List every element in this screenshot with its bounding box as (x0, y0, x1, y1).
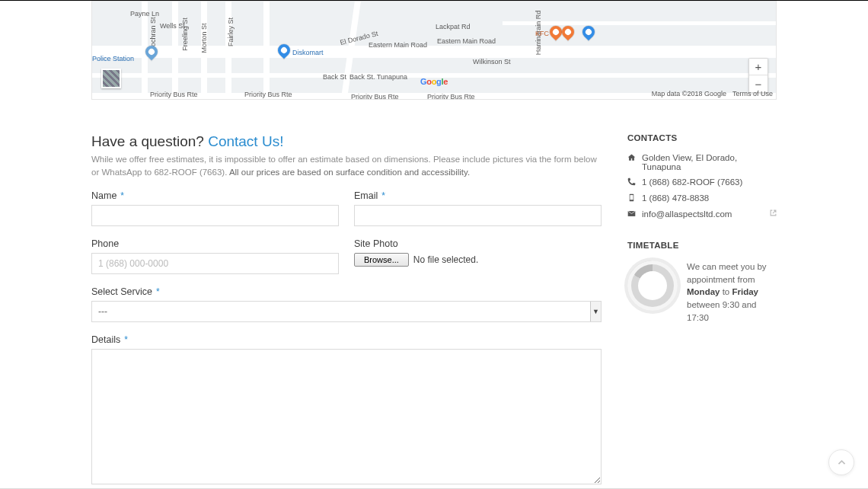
google-logo: Google (420, 77, 448, 86)
mobile-icon (627, 193, 636, 203)
phone1-text: 1 (868) 682-ROOF (7663) (642, 177, 742, 187)
poi-label: Police Station (92, 55, 134, 62)
address-text: Golden View, El Dorado, Tunapuna (642, 153, 777, 171)
mail-icon (627, 209, 636, 219)
email-input[interactable] (354, 205, 602, 226)
road-label: Priority Bus Rte (244, 91, 292, 98)
svg-rect-1 (630, 195, 633, 200)
browse-button[interactable]: Browse... (354, 253, 409, 267)
poi-label: KFC (535, 30, 549, 37)
terms-link[interactable]: Terms of Use (732, 90, 773, 97)
details-label: Details* (91, 334, 602, 345)
details-textarea[interactable] (91, 349, 602, 484)
zoom-controls: + − (748, 58, 768, 93)
road-label: Wilkinson St (473, 58, 511, 66)
phone-icon (627, 177, 636, 187)
map[interactable]: Payne Ln Wells St Cochran St Morton St F… (91, 1, 777, 100)
road-label: Freeling St (181, 18, 189, 51)
service-select[interactable]: --- ▼ (91, 301, 602, 322)
road-label: Priority Bus Rte (427, 93, 475, 100)
timetable-heading: TIMETABLE (627, 241, 777, 250)
zoom-in-button[interactable]: + (749, 59, 767, 75)
phone-input[interactable] (91, 253, 339, 274)
contacts-heading: CONTACTS (627, 133, 777, 142)
map-data-text: Map data ©2018 Google (652, 90, 726, 97)
page-title: Have a question? Contact Us! (91, 133, 602, 150)
name-input[interactable] (91, 205, 339, 226)
road-label: Fairley St (227, 18, 235, 46)
timetable-text: We can meet you by appointment from Mond… (687, 260, 777, 324)
satellite-toggle[interactable] (101, 69, 121, 88)
clock-icon (627, 260, 678, 311)
map-attribution: Map data ©2018 Google Terms of Use (652, 90, 773, 97)
phone-label: Phone (91, 238, 339, 249)
email-label: Email* (354, 190, 602, 201)
road-label: Back St. Tunapuna (349, 73, 407, 81)
road-label: Morton St (200, 23, 208, 53)
map-pin[interactable] (560, 24, 577, 41)
road-label: Lackpat Rd (436, 23, 471, 30)
chevron-down-icon: ▼ (590, 302, 601, 321)
road-label: Back St (323, 73, 346, 81)
site-photo-label: Site Photo (354, 238, 602, 249)
road-label: Priority Bus Rte (351, 93, 399, 100)
home-icon (627, 153, 636, 163)
road-label: Eastern Main Road (437, 37, 496, 45)
road-label: Priority Bus Rte (150, 91, 198, 98)
name-label: Name* (91, 190, 339, 201)
service-label: Select Service* (91, 286, 602, 297)
phone2-text: 1 (868) 478-8838 (642, 193, 709, 203)
poi-label: Diskomart (292, 49, 324, 56)
external-link-icon[interactable] (770, 209, 777, 218)
email-text[interactable]: info@allaspectsltd.com (642, 209, 732, 219)
contact-us-link[interactable]: Contact Us! (208, 133, 283, 149)
file-status: No file selected. (413, 254, 478, 265)
road-label: Eastern Main Road (369, 41, 427, 49)
scroll-top-button[interactable] (828, 449, 854, 475)
map-pin[interactable] (580, 24, 598, 41)
intro-text: While we offer free estimates, it is imp… (91, 153, 602, 178)
